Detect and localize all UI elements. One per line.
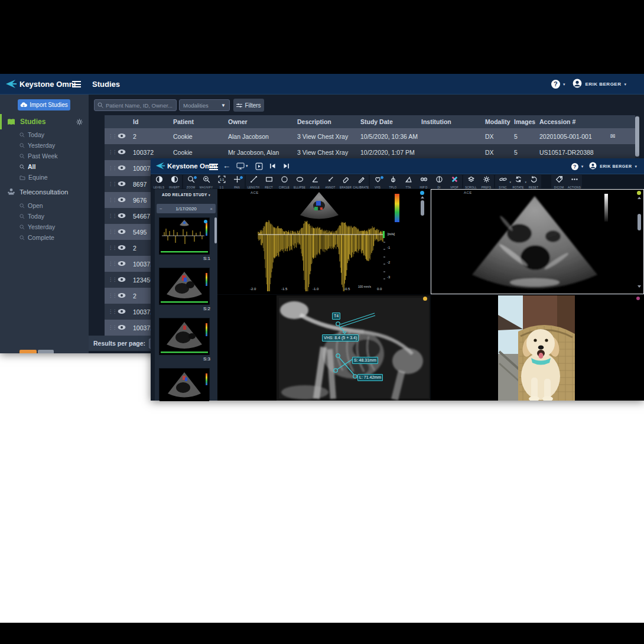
sidebar-item-tele-complete[interactable]: Complete [19,234,54,241]
short-axis-annotation[interactable]: S: 48.31mm [352,357,378,364]
scroll-up-icon[interactable] [421,196,424,199]
tool-1-1[interactable]: 1:11:1 [214,175,229,188]
sidebar-item-studies[interactable]: Studies [0,114,89,129]
tool-annot[interactable]: ANNOT [323,175,338,188]
sidebar-item-all[interactable]: All [19,163,35,170]
tool-angle[interactable]: ANGLE [307,175,323,188]
filters-button[interactable]: Filters [233,99,264,112]
sidebar-item-tele-today[interactable]: Today [19,213,44,220]
cell-scrollbar-thumb[interactable] [421,200,424,216]
help-icon[interactable]: ? [551,80,560,89]
user-name[interactable]: ERIK BERGER [585,82,621,87]
scroll-up-icon[interactable] [638,197,641,199]
viewport-cell-doppler[interactable]: ACE [m/s] -1 -2 -3 -2.0 -1.5 -1.0 -0.5 0… [217,189,430,294]
tool-rect[interactable]: RECT [261,175,277,188]
help-caret-icon[interactable]: ▾ [563,82,565,87]
collapse-icon[interactable]: − [160,206,162,212]
drag-handle-icon[interactable]: ⋮⋮ [105,325,118,330]
drag-handle-icon[interactable]: ⋮⋮ [105,149,118,155]
panel-scrollbar-thumb[interactable] [214,217,217,243]
viewport-cell-bmode[interactable]: ACE [431,189,644,294]
help-caret-icon[interactable]: ▾ [581,164,584,169]
col-description[interactable]: Description [297,118,360,125]
skip-first-icon[interactable] [269,163,276,169]
sidebar-item-past-week[interactable]: Past Week [19,152,58,160]
study-date-group-header[interactable]: − 1/17/2020 × [157,204,216,213]
tool-sync[interactable]: SYNC▾ [495,175,510,188]
tool-tta[interactable]: TTA [401,175,416,188]
vhs-annotation[interactable]: VHS: 8.4 (5 + 3.4) [322,334,359,341]
view-eye-icon[interactable] [118,149,133,156]
tool-vhs[interactable]: VHS [370,175,385,188]
close-icon[interactable]: × [210,206,213,212]
view-eye-icon[interactable] [118,324,133,331]
drag-handle-icon[interactable]: ⋮⋮ [105,134,118,139]
sidebar-item-today[interactable]: Today [19,131,44,138]
table-row[interactable]: ⋮⋮ 100372 Cookie Mr Jacobson, Alan 3 Vie… [105,144,635,160]
tool-prefs[interactable]: PREFS [479,175,494,188]
layout-display-icon[interactable]: ▾ [236,162,248,170]
menu-icon[interactable] [209,164,218,170]
tool-pan[interactable]: PAN [229,175,245,188]
add-related-study-button[interactable]: ADD RELATED STUDY ▾ [155,193,217,197]
view-eye-icon[interactable] [118,229,133,236]
view-eye-icon[interactable] [118,292,133,300]
user-avatar-icon[interactable] [573,79,582,90]
drag-handle-icon[interactable]: ⋮⋮ [105,197,118,203]
search-input[interactable] [106,102,173,109]
col-images[interactable]: Images [514,118,539,125]
user-caret-icon[interactable]: ▾ [635,164,637,169]
tool-eraser[interactable]: ERASER [338,175,353,188]
tool-circle[interactable]: CIRCLE [277,175,292,188]
tool-magnify[interactable]: MAGNIFY [199,175,214,188]
user-name[interactable]: ERIK BERGER [600,164,632,168]
t4-annotation[interactable]: T4 [332,313,340,320]
drag-handle-icon[interactable]: ⋮⋮ [105,261,118,266]
col-id[interactable]: Id [133,118,173,125]
drag-handle-icon[interactable]: ⋮⋮ [105,309,118,314]
mail-icon[interactable]: ✉ [610,133,628,139]
import-studies-button[interactable]: Import Studies [18,99,70,110]
long-axis-annotation[interactable]: L: 71.42mm [357,374,383,381]
drag-handle-icon[interactable]: ⋮⋮ [105,181,118,187]
back-icon[interactable]: ← [223,161,230,170]
view-eye-icon[interactable] [118,165,133,172]
tool-zoom[interactable]: ZOOM [183,175,199,188]
tool-di[interactable]: DI [431,175,447,188]
col-patient[interactable]: Patient [173,118,228,125]
thumbnail-3[interactable] [159,318,210,355]
sidebar-item-tele-yesterday[interactable]: Yesterday [19,223,55,230]
modalities-select[interactable]: Modalities▼ [179,99,230,111]
view-eye-icon[interactable] [118,277,133,284]
viewport-cell-xray[interactable]: T4 VHS: 8.4 (5 + 3.4) S: 48.31mm L: 71.4… [217,295,430,401]
drag-handle-icon[interactable]: ⋮⋮ [105,277,118,282]
tool-calibrate[interactable]: CALIBRATE [353,175,369,188]
cine-play-icon[interactable] [255,162,263,170]
menu-icon[interactable] [72,81,81,87]
thumbnail-2[interactable] [159,268,210,305]
view-eye-icon[interactable] [118,308,133,316]
cell-scrollbar-thumb[interactable] [638,214,641,230]
drag-handle-icon[interactable]: ⋮⋮ [105,245,118,251]
col-study-date[interactable]: Study Date [360,118,421,125]
tool-ellipse[interactable]: ELLIPSE [292,175,307,188]
col-accession[interactable]: Accession # [539,118,610,125]
thumbnail-4[interactable] [159,368,210,401]
tool-levels[interactable]: LEVELS [151,175,167,188]
tool-reset[interactable]: RESET [526,175,541,188]
tool-hip-d[interactable]: HIP D [416,175,431,188]
help-icon[interactable]: ? [571,163,578,170]
tool-length[interactable]: LENGTH [246,175,261,188]
drag-handle-icon[interactable]: ⋮⋮ [105,293,118,298]
sidebar-item-tele-open[interactable]: Open [19,202,43,209]
user-caret-icon[interactable]: ▾ [624,82,626,87]
sidebar-item-teleconsultation[interactable]: Teleconsultation [7,188,68,196]
tool-dicom[interactable]: DICOM [551,175,567,188]
view-eye-icon[interactable] [118,133,133,140]
drag-handle-icon[interactable]: ⋮⋮ [105,229,118,235]
sidebar-item-yesterday[interactable]: Yesterday [19,142,55,149]
col-modality[interactable]: Modality [485,118,514,125]
skip-last-icon[interactable] [283,163,290,169]
drag-handle-icon[interactable]: ⋮⋮ [105,165,118,171]
user-avatar-icon[interactable] [589,161,597,172]
